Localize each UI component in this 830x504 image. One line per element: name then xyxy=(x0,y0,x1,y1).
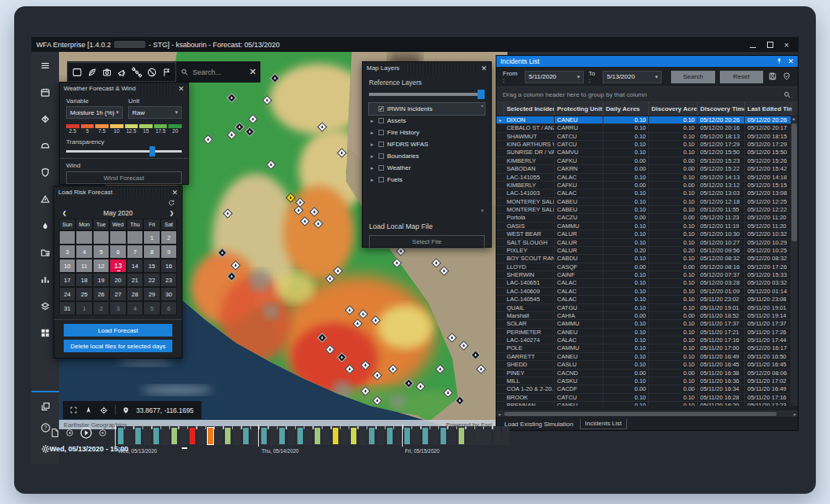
calendar-day[interactable] xyxy=(127,230,144,245)
calendar-day-selected[interactable]: 13 xyxy=(109,259,127,273)
column-header[interactable]: Protecting Unit xyxy=(555,102,603,116)
wx-tool-icon[interactable]: Wx xyxy=(69,64,84,80)
calendar-day[interactable]: 19 xyxy=(93,273,110,287)
layer-item-irwin-incidents[interactable]: ✓IRWIN Incidents xyxy=(369,103,485,115)
table-row[interactable]: LAC-140545CALAC0.100.1005/11/20 23:0205/… xyxy=(496,296,798,304)
calendar-day[interactable]: 7 xyxy=(127,245,144,259)
timeline-slot[interactable] xyxy=(404,426,411,445)
table-row[interactable]: MONTEREY SALIN...CABEU0.100.1005/12/20 1… xyxy=(496,198,798,206)
column-header[interactable]: Discovery Acres xyxy=(649,102,698,116)
calendar-day[interactable]: 20 xyxy=(109,273,127,287)
timeline-slot[interactable] xyxy=(170,426,178,445)
timeline-bar[interactable] xyxy=(190,428,195,444)
timeline-bar[interactable] xyxy=(441,428,446,444)
layer-checkbox[interactable] xyxy=(378,165,384,171)
expand-icon[interactable]: ▸ xyxy=(369,130,375,136)
table-row[interactable]: PINEYCACND0.000.0005/11/20 16:3805/12/20… xyxy=(496,370,798,377)
calendar-day[interactable]: 15 xyxy=(143,259,160,273)
timeline-slot[interactable] xyxy=(116,426,124,445)
expand-icon[interactable]: ▸ xyxy=(369,153,375,160)
expand-icon[interactable]: ▸ xyxy=(369,177,375,183)
slider-knob[interactable] xyxy=(478,90,485,99)
calendar-day[interactable]: 17 xyxy=(59,273,76,287)
expand-icon[interactable]: ▸ xyxy=(369,165,375,171)
restore-icon[interactable] xyxy=(767,42,773,48)
risk-icon[interactable] xyxy=(31,105,59,132)
table-row[interactable]: CEBALO ST / ANZ...CARRU0.100.1005/12/20 … xyxy=(496,124,798,132)
calendar-icon[interactable] xyxy=(31,79,59,105)
next-month-icon[interactable]: ❯ xyxy=(169,210,174,216)
timeline-bar[interactable] xyxy=(459,428,464,444)
calendar-day[interactable]: 1 xyxy=(143,230,160,245)
timeline-bar[interactable] xyxy=(369,428,374,444)
locate-icon[interactable] xyxy=(99,406,109,415)
timeline-slot[interactable] xyxy=(359,426,367,445)
layer-checkbox[interactable] xyxy=(378,177,384,182)
timeline-slot[interactable] xyxy=(323,426,330,445)
scroll-down-icon[interactable]: ▼ xyxy=(480,208,485,213)
close-icon[interactable]: × xyxy=(784,42,789,48)
calendar-day[interactable]: 2 xyxy=(93,301,110,315)
badge-icon[interactable] xyxy=(782,72,791,83)
table-row[interactable]: LAC-141003CALAC0.100.1005/12/20 13:0305/… xyxy=(496,189,798,197)
tab-incidents-list[interactable]: Incidents List xyxy=(580,419,628,429)
calendar-day[interactable]: 26 xyxy=(93,287,110,301)
table-row[interactable]: LAC-140274CALAC0.100.1005/11/20 17:1605/… xyxy=(496,337,798,344)
wind-forecast-button[interactable]: Wind Forecast xyxy=(66,171,182,184)
timeline-bar[interactable] xyxy=(422,428,428,444)
timeline-slot[interactable] xyxy=(296,426,304,445)
table-row[interactable]: ▸DIXONCANEU0.100.1005/12/20 20:2605/12/2… xyxy=(496,116,798,124)
timeline-bar[interactable] xyxy=(351,428,356,444)
table-row[interactable]: LLOYDCASQF0.000.0005/12/20 08:1605/12/20… xyxy=(496,263,798,271)
timeline-slot[interactable] xyxy=(422,426,430,445)
timeline-slot[interactable] xyxy=(188,426,196,445)
play-icon[interactable] xyxy=(79,426,93,440)
timeline-slot[interactable] xyxy=(385,426,393,445)
search-input[interactable]: Search... xyxy=(193,68,221,76)
table-row[interactable]: KING ARTHURS W...CATCU0.100.1005/12/20 1… xyxy=(496,141,798,149)
grid-search-icon[interactable] xyxy=(783,90,791,99)
timeline-slot[interactable] xyxy=(224,426,232,445)
calendar-day[interactable]: 4 xyxy=(127,301,144,315)
timeline-slot[interactable] xyxy=(153,426,160,445)
timeline-slot[interactable] xyxy=(314,426,322,445)
pin-panel-icon[interactable] xyxy=(776,57,783,64)
layers-opacity-slider[interactable] xyxy=(369,93,485,96)
calendar-day[interactable]: 5 xyxy=(143,301,160,315)
table-row[interactable]: WEST BEARCALUR0.100.1005/12/20 10:3005/1… xyxy=(496,230,798,238)
timeline-slot[interactable] xyxy=(439,426,447,445)
table-row[interactable]: PortolaCACZU0.000.0005/12/20 11:2305/12/… xyxy=(496,214,798,222)
scroll-left-icon[interactable]: ◂ xyxy=(498,411,500,417)
timeline-bar[interactable] xyxy=(153,428,159,444)
timeline-slot[interactable] xyxy=(484,426,492,445)
timeline-slot[interactable] xyxy=(197,426,205,445)
expand-icon[interactable]: ▸ xyxy=(369,142,375,148)
timeline-slot[interactable] xyxy=(430,426,438,445)
timeline-slot[interactable] xyxy=(341,426,349,445)
calendar-day[interactable]: 8 xyxy=(143,245,160,259)
calendar-day[interactable]: 29 xyxy=(143,287,160,301)
minimize-icon[interactable] xyxy=(750,42,756,48)
timeline-slot[interactable] xyxy=(367,426,375,445)
timeline-slot[interactable] xyxy=(412,426,420,445)
calendar-day[interactable]: 31 xyxy=(59,301,76,315)
table-row[interactable]: LAC-140651CALAC0.100.1005/12/20 03:2805/… xyxy=(496,279,798,287)
calendar-day[interactable]: 10 xyxy=(59,259,76,273)
delete-local-files-button[interactable]: Delete local files for selected days xyxy=(64,340,172,352)
table-row[interactable]: SALT SLOUGHCALUR0.100.1005/12/20 10:2705… xyxy=(496,239,798,247)
search-box[interactable]: Search... ✕ xyxy=(176,67,260,77)
timeline-slot[interactable] xyxy=(349,426,357,445)
calendar-day[interactable] xyxy=(76,230,93,245)
layer-item-nfdrs-wfas[interactable]: ▸NFDRS WFAS xyxy=(369,138,485,150)
table-row[interactable]: MONTEREY SALIN...CABEU0.100.1005/12/20 1… xyxy=(496,206,798,214)
calendar-day[interactable]: 18 xyxy=(76,273,93,287)
table-row[interactable]: OASISCAMMU0.100.1005/12/20 11:1905/12/20… xyxy=(496,223,798,230)
timeline-slot[interactable] xyxy=(304,426,312,445)
table-row[interactable]: BROOKCATCU0.100.1005/11/20 16:2805/11/20… xyxy=(496,394,798,402)
calendar-day[interactable]: 30 xyxy=(160,287,178,301)
slider-knob[interactable] xyxy=(149,146,155,156)
timeline-slot[interactable] xyxy=(287,426,295,445)
timeline-slot[interactable] xyxy=(179,426,187,445)
table-row[interactable]: SHERWINCAINF0.100.1005/12/20 07:3705/12/… xyxy=(496,271,798,279)
expand-icon[interactable]: ▸ xyxy=(369,118,375,124)
